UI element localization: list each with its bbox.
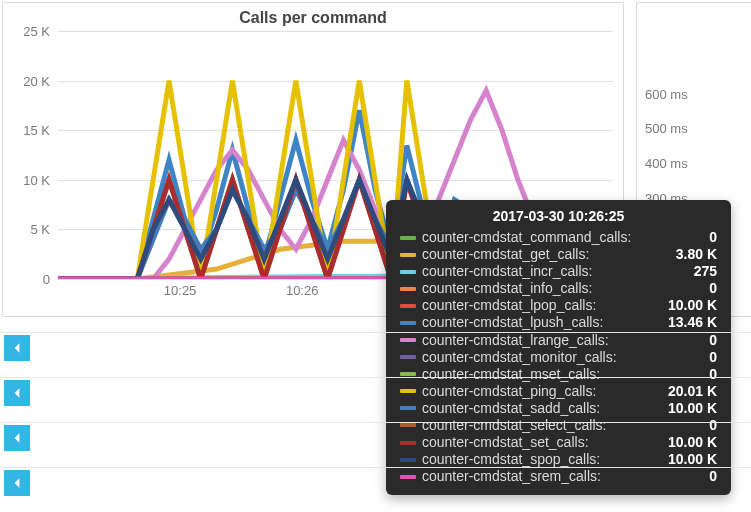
tooltip-value: 0 bbox=[709, 417, 717, 434]
tooltip-label: counter-cmdstat_monitor_calls: bbox=[422, 349, 695, 366]
x-tick-label: 10:26 bbox=[286, 283, 319, 298]
legend-swatch bbox=[400, 338, 416, 342]
row-collapse-button[interactable] bbox=[4, 425, 30, 451]
legend-swatch bbox=[400, 458, 416, 462]
tooltip-label: counter-cmdstat_get_calls: bbox=[422, 246, 662, 263]
tooltip-label: counter-cmdstat_sadd_calls: bbox=[422, 400, 654, 417]
chart-tooltip: 2017-03-30 10:26:25 counter-cmdstat_comm… bbox=[386, 200, 731, 495]
tooltip-value: 0 bbox=[709, 349, 717, 366]
tooltip-value: 0 bbox=[709, 468, 717, 485]
caret-left-icon bbox=[11, 342, 23, 354]
tooltip-row: counter-cmdstat_ping_calls:20.01 K bbox=[400, 383, 717, 400]
legend-swatch bbox=[400, 355, 416, 359]
tooltip-row: counter-cmdstat_srem_calls:0 bbox=[400, 468, 717, 485]
y-tick-label: 5 K bbox=[8, 222, 58, 237]
page-title: Calls per command bbox=[3, 9, 623, 27]
legend-swatch bbox=[400, 389, 416, 393]
tooltip-row: counter-cmdstat_lrange_calls:0 bbox=[400, 332, 717, 349]
y-tick-label: 400 ms bbox=[645, 156, 688, 171]
tooltip-value: 13.46 K bbox=[668, 314, 717, 331]
legend-swatch bbox=[400, 236, 416, 240]
tooltip-label: counter-cmdstat_ping_calls: bbox=[422, 383, 654, 400]
legend-swatch bbox=[400, 475, 416, 479]
tooltip-row: counter-cmdstat_info_calls:0 bbox=[400, 280, 717, 297]
tooltip-row: counter-cmdstat_command_calls:0 bbox=[400, 229, 717, 246]
row-divider bbox=[0, 467, 751, 468]
legend-swatch bbox=[400, 321, 416, 325]
tooltip-label: counter-cmdstat_info_calls: bbox=[422, 280, 695, 297]
tooltip-label: counter-cmdstat_lpush_calls: bbox=[422, 314, 654, 331]
tooltip-label: counter-cmdstat_set_calls: bbox=[422, 434, 654, 451]
y-tick-label: 15 K bbox=[8, 123, 58, 138]
row-divider bbox=[0, 332, 751, 333]
tooltip-row: counter-cmdstat_monitor_calls:0 bbox=[400, 349, 717, 366]
tooltip-value: 275 bbox=[694, 263, 717, 280]
tooltip-value: 3.80 K bbox=[676, 246, 717, 263]
legend-swatch bbox=[400, 372, 416, 376]
tooltip-value: 0 bbox=[709, 229, 717, 246]
tooltip-row: counter-cmdstat_set_calls:10.00 K bbox=[400, 434, 717, 451]
tooltip-row: counter-cmdstat_sadd_calls:10.00 K bbox=[400, 400, 717, 417]
tooltip-value: 10.00 K bbox=[668, 297, 717, 314]
row-collapse-button[interactable] bbox=[4, 470, 30, 496]
tooltip-row: counter-cmdstat_incr_calls:275 bbox=[400, 263, 717, 280]
legend-swatch bbox=[400, 270, 416, 274]
y-tick-label: 500 ms bbox=[645, 121, 688, 136]
legend-swatch bbox=[400, 441, 416, 445]
tooltip-label: counter-cmdstat_spop_calls: bbox=[422, 451, 654, 468]
tooltip-label: counter-cmdstat_srem_calls: bbox=[422, 468, 695, 485]
tooltip-row: counter-cmdstat_spop_calls:10.00 K bbox=[400, 451, 717, 468]
tooltip-value: 20.01 K bbox=[668, 383, 717, 400]
y-tick-label: 600 ms bbox=[645, 86, 688, 101]
legend-swatch bbox=[400, 253, 416, 257]
tooltip-value: 0 bbox=[709, 366, 717, 383]
legend-swatch bbox=[400, 406, 416, 410]
tooltip-row: counter-cmdstat_get_calls:3.80 K bbox=[400, 246, 717, 263]
caret-left-icon bbox=[11, 387, 23, 399]
tooltip-label: counter-cmdstat_incr_calls: bbox=[422, 263, 680, 280]
y-tick-label: 0 bbox=[8, 272, 58, 287]
tooltip-value: 10.00 K bbox=[668, 434, 717, 451]
tooltip-timestamp: 2017-03-30 10:26:25 bbox=[400, 208, 717, 225]
tooltip-row: counter-cmdstat_lpop_calls:10.00 K bbox=[400, 297, 717, 314]
tooltip-label: counter-cmdstat_mset_calls: bbox=[422, 366, 695, 383]
caret-left-icon bbox=[11, 477, 23, 489]
row-collapse-button[interactable] bbox=[4, 335, 30, 361]
tooltip-value: 0 bbox=[709, 280, 717, 297]
tooltip-value: 10.00 K bbox=[668, 451, 717, 468]
tooltip-value: 0 bbox=[709, 332, 717, 349]
y-tick-label: 20 K bbox=[8, 73, 58, 88]
legend-swatch bbox=[400, 304, 416, 308]
tooltip-label: counter-cmdstat_command_calls: bbox=[422, 229, 695, 246]
row-divider bbox=[0, 422, 751, 423]
tooltip-label: counter-cmdstat_select_calls: bbox=[422, 417, 695, 434]
tooltip-label: counter-cmdstat_lrange_calls: bbox=[422, 332, 695, 349]
row-divider bbox=[0, 377, 751, 378]
legend-swatch bbox=[400, 287, 416, 291]
y-tick-label: 25 K bbox=[8, 24, 58, 39]
caret-left-icon bbox=[11, 432, 23, 444]
tooltip-row: counter-cmdstat_select_calls:0 bbox=[400, 417, 717, 434]
tooltip-row: counter-cmdstat_mset_calls:0 bbox=[400, 366, 717, 383]
row-collapse-button[interactable] bbox=[4, 380, 30, 406]
tooltip-value: 10.00 K bbox=[668, 400, 717, 417]
tooltip-label: counter-cmdstat_lpop_calls: bbox=[422, 297, 654, 314]
y-tick-label: 10 K bbox=[8, 172, 58, 187]
x-tick-label: 10:25 bbox=[164, 283, 197, 298]
tooltip-row: counter-cmdstat_lpush_calls:13.46 K bbox=[400, 314, 717, 331]
legend-swatch bbox=[400, 423, 416, 427]
